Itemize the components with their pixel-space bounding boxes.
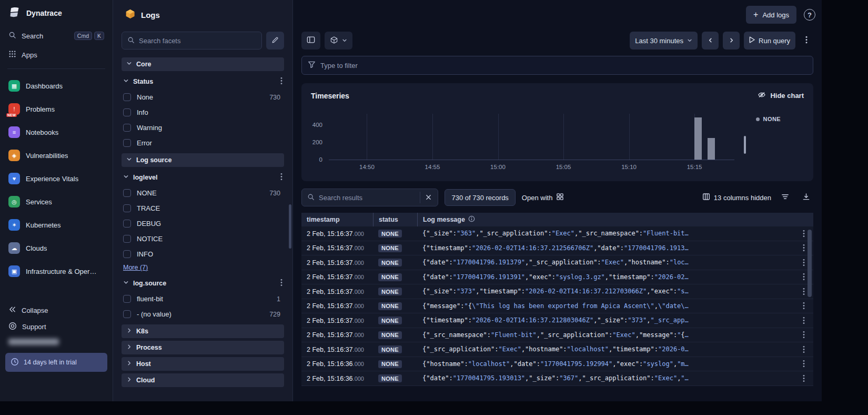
facet-group-log-source[interactable]: Log source <box>122 153 284 167</box>
sidebar-item[interactable]: ≡ Notebooks <box>0 121 113 144</box>
row-kebab-icon[interactable] <box>794 331 813 339</box>
table-row[interactable]: 2 Feb, 15:16:37.000 NONE {"timestamp":"2… <box>301 313 813 328</box>
sidebar-search[interactable]: Search Cmd K <box>0 26 113 45</box>
sidebar-item[interactable]: ✶ Kubernetes <box>0 213 113 236</box>
facet-value-row[interactable]: Info <box>122 105 284 120</box>
row-kebab-icon[interactable] <box>794 374 813 382</box>
column-header-log-message[interactable]: Log message <box>417 213 813 226</box>
facet-field-status[interactable]: Status <box>122 74 284 90</box>
table-row[interactable]: 2 Feb, 15:16:37.000 NONE {"date":"177004… <box>301 255 813 270</box>
run-query-button[interactable]: Run query <box>744 32 795 50</box>
checkbox[interactable] <box>123 139 131 147</box>
time-back-button[interactable] <box>702 32 719 50</box>
results-search-field[interactable] <box>301 189 438 206</box>
add-logs-button[interactable]: + Add logs <box>746 6 796 24</box>
sidebar-apps[interactable]: Apps <box>0 45 113 64</box>
facet-value-row[interactable]: None 730 <box>122 90 284 105</box>
download-button[interactable] <box>799 190 813 205</box>
row-kebab-icon[interactable] <box>794 317 813 324</box>
sidebar-item[interactable]: ▣ Infrastructure & Oper… <box>0 260 113 283</box>
hide-chart-button[interactable]: Hide chart <box>758 91 804 100</box>
checkbox[interactable] <box>123 250 131 258</box>
checkbox[interactable] <box>123 189 131 197</box>
user-name-redacted[interactable] <box>0 335 113 349</box>
filter-input[interactable] <box>320 62 807 70</box>
facet-field-loglevel[interactable]: loglevel <box>122 170 284 185</box>
more-link[interactable]: More (7) <box>123 264 148 271</box>
log-message-cell: {"_src_namespace":"Fluent-bit","_src_app… <box>417 331 794 339</box>
checkbox[interactable] <box>123 108 131 116</box>
facet-value-row[interactable]: fluent-bit 1 <box>122 291 284 307</box>
sidebar-apps-label: Apps <box>22 51 37 59</box>
checkbox[interactable] <box>123 93 131 101</box>
results-search-input[interactable] <box>319 194 416 202</box>
facet-group-core[interactable]: Core <box>122 57 284 71</box>
help-icon[interactable]: ? <box>804 9 815 21</box>
table-row[interactable]: 2 Feb, 15:16:37.000 NONE {"timestamp":"2… <box>301 241 813 256</box>
facets-scrollbar[interactable] <box>289 204 291 249</box>
kebab-icon[interactable] <box>280 173 282 182</box>
facet-search-field[interactable] <box>122 32 262 50</box>
facet-group-collapsed[interactable]: Process <box>122 341 284 354</box>
sidebar-item[interactable]: ◎ Services <box>0 190 113 213</box>
sidebar-item[interactable]: ◈ Vulnerabilities <box>0 144 113 167</box>
facet-group-collapsed[interactable]: K8s <box>122 324 284 338</box>
facet-group-collapsed[interactable]: Cloud <box>122 373 284 387</box>
table-scrollbar[interactable] <box>808 230 812 297</box>
scope-selector-button[interactable] <box>325 32 352 50</box>
toolbar-kebab-button[interactable] <box>800 32 813 50</box>
trial-banner[interactable]: 14 days left in trial <box>5 353 107 372</box>
table-row[interactable]: 2 Feb, 15:16:36.000 NONE {"date":"177004… <box>301 371 813 386</box>
facet-value-row[interactable]: TRACE <box>122 201 284 216</box>
time-range-selector[interactable]: Last 30 minutes <box>630 32 698 50</box>
sidebar-item[interactable]: ▦ Dashboards <box>0 74 113 97</box>
facet-value-row[interactable]: Warning <box>122 120 284 135</box>
facet-value-row[interactable]: Error <box>122 135 284 151</box>
sidebar-item[interactable]: ♥ Experience Vitals <box>0 167 113 190</box>
info-icon[interactable] <box>468 215 475 224</box>
facet-value-row[interactable]: DEBUG <box>122 216 284 231</box>
row-density-button[interactable] <box>778 190 792 205</box>
row-kebab-icon[interactable] <box>794 302 813 310</box>
sidebar-item[interactable]: ! NEW Problems <box>0 97 113 121</box>
table-row[interactable]: 2 Feb, 15:16:37.000 NONE {"message":"{\"… <box>301 299 813 314</box>
facet-value-row[interactable]: - (no value) 729 <box>122 307 284 322</box>
table-row[interactable]: 2 Feb, 15:16:37.000 NONE {"_src_applicat… <box>301 342 813 357</box>
facet-group-collapsed[interactable]: Host <box>122 357 284 371</box>
facet-value-row[interactable]: NOTICE <box>122 231 284 246</box>
table-row[interactable]: 2 Feb, 15:16:37.000 NONE {"date":"177004… <box>301 270 813 285</box>
facet-value-row[interactable]: INFO <box>122 246 284 262</box>
facet-field-log-source[interactable]: log.source <box>122 275 284 291</box>
columns-hidden-button[interactable]: 13 columns hidden <box>702 193 771 202</box>
toggle-facets-panel-button[interactable] <box>301 32 320 50</box>
row-kebab-icon[interactable] <box>794 345 813 353</box>
table-row[interactable]: 2 Feb, 15:16:37.000 NONE {"_size":"373",… <box>301 284 813 299</box>
checkbox[interactable] <box>123 204 131 212</box>
facet-search-input[interactable] <box>139 37 256 45</box>
time-forward-button[interactable] <box>723 32 740 50</box>
checkbox[interactable] <box>123 235 131 243</box>
table-row[interactable]: 2 Feb, 15:16:36.000 NONE {"hostname":"lo… <box>301 357 813 372</box>
table-row[interactable]: 2 Feb, 15:16:37.000 NONE {"_size":"363",… <box>301 226 813 241</box>
collapse-button[interactable]: Collapse <box>0 302 113 318</box>
kebab-icon[interactable] <box>280 279 282 288</box>
open-with-button[interactable]: Open with <box>522 193 564 202</box>
row-kebab-icon[interactable] <box>794 360 813 368</box>
column-header-timestamp[interactable]: timestamp <box>301 213 373 226</box>
clear-search-button[interactable] <box>420 192 432 203</box>
edit-facets-button[interactable] <box>266 32 284 50</box>
sidebar-item-label: Kubernetes <box>26 221 61 229</box>
chart-legend[interactable]: NONE <box>756 116 781 122</box>
sidebar-item[interactable]: ☁ Clouds <box>0 236 113 260</box>
checkbox[interactable] <box>123 295 131 303</box>
column-header-status[interactable]: status <box>373 213 417 226</box>
checkbox[interactable] <box>123 220 131 228</box>
chart-scrollbar[interactable] <box>744 136 746 154</box>
checkbox[interactable] <box>123 124 131 132</box>
kebab-icon[interactable] <box>280 77 282 86</box>
checkbox[interactable] <box>123 310 131 318</box>
facet-value-row[interactable]: NONE 730 <box>122 185 284 201</box>
table-row[interactable]: 2 Feb, 15:16:37.000 NONE {"_src_namespac… <box>301 328 813 343</box>
filter-field[interactable] <box>301 56 813 75</box>
support-button[interactable]: Support <box>0 318 113 335</box>
